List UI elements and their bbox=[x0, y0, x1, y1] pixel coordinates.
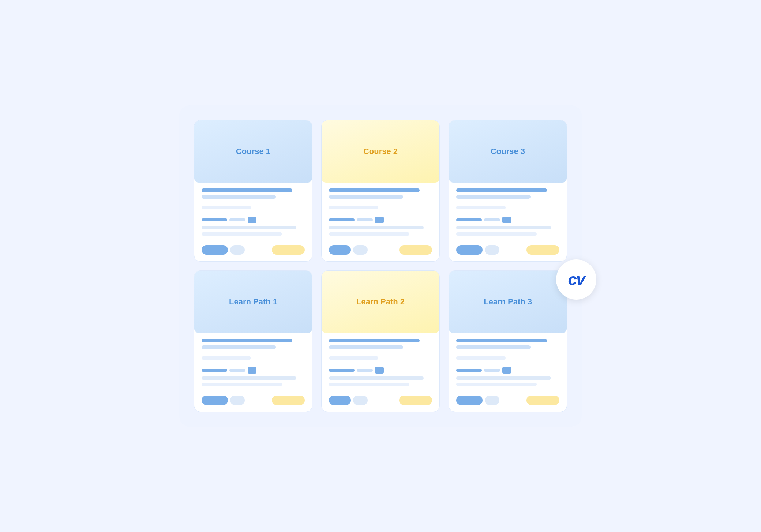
skeleton-bar bbox=[329, 376, 424, 380]
card-course-2[interactable]: Course 2 bbox=[321, 120, 440, 262]
skeleton-bar bbox=[456, 383, 537, 386]
skeleton-row bbox=[202, 217, 305, 223]
footer-pill bbox=[456, 245, 483, 255]
footer-cta-pill[interactable] bbox=[272, 396, 305, 405]
card-thumbnail-learn-path-1: Learn Path 1 bbox=[194, 271, 312, 333]
card-body-learn-path-2 bbox=[322, 333, 439, 412]
skeleton-bar bbox=[329, 232, 409, 236]
footer-cta-pill[interactable] bbox=[272, 245, 305, 255]
skeleton-bar bbox=[329, 226, 424, 229]
skeleton-bar bbox=[202, 356, 251, 360]
card-body-learn-path-1 bbox=[194, 333, 312, 412]
footer-pill bbox=[353, 396, 368, 405]
footer-pill bbox=[230, 245, 245, 255]
footer-pill bbox=[353, 245, 368, 255]
card-footer bbox=[202, 396, 305, 405]
card-thumbnail-course-1: Course 1 bbox=[194, 120, 312, 183]
card-course-1[interactable]: Course 1 bbox=[194, 120, 312, 262]
card-body-course-2 bbox=[322, 183, 439, 261]
skeleton-row bbox=[202, 367, 305, 374]
skeleton-bar bbox=[202, 188, 292, 192]
skeleton-bar bbox=[456, 206, 506, 209]
card-title-course-1: Course 1 bbox=[236, 147, 270, 156]
footer-cta-pill[interactable] bbox=[526, 245, 559, 255]
skeleton-bar bbox=[202, 376, 296, 380]
card-learn-path-2[interactable]: Learn Path 2 bbox=[321, 270, 440, 412]
card-learn-path-1[interactable]: Learn Path 1 bbox=[194, 270, 312, 412]
card-title-course-2: Course 2 bbox=[363, 147, 398, 156]
skeleton-bar bbox=[329, 188, 420, 192]
card-learn-path-3[interactable]: Learn Path 3 bbox=[449, 270, 567, 412]
card-body-course-1 bbox=[194, 183, 312, 261]
card-footer bbox=[329, 245, 432, 255]
footer-pill bbox=[202, 245, 228, 255]
card-grid-container: Course 1 bbox=[179, 105, 582, 427]
skeleton-bar bbox=[456, 195, 531, 199]
skeleton-bar bbox=[329, 383, 409, 386]
card-title-learn-path-2: Learn Path 2 bbox=[356, 297, 405, 307]
card-title-course-3: Course 3 bbox=[491, 147, 525, 156]
skeleton-bar bbox=[202, 195, 276, 199]
skeleton-bar bbox=[202, 232, 282, 236]
skeleton-bar bbox=[202, 345, 276, 349]
card-grid: Course 1 bbox=[194, 120, 567, 412]
skeleton-bar bbox=[329, 206, 378, 209]
skeleton-bar bbox=[202, 226, 296, 229]
skeleton-bar bbox=[329, 356, 378, 360]
card-thumbnail-learn-path-2: Learn Path 2 bbox=[322, 271, 439, 333]
cv-badge-text: cv bbox=[568, 270, 585, 289]
card-thumbnail-learn-path-3: Learn Path 3 bbox=[449, 271, 567, 333]
skeleton-row bbox=[456, 367, 559, 374]
skeleton-bar bbox=[456, 356, 506, 360]
card-footer bbox=[329, 396, 432, 405]
card-thumbnail-course-2: Course 2 bbox=[322, 120, 439, 183]
skeleton-bar bbox=[202, 206, 251, 209]
skeleton-row bbox=[329, 217, 432, 223]
footer-pill bbox=[202, 396, 228, 405]
footer-cta-pill[interactable] bbox=[526, 396, 559, 405]
footer-cta-pill[interactable] bbox=[399, 396, 432, 405]
cv-badge: cv bbox=[556, 259, 596, 300]
footer-cta-pill[interactable] bbox=[399, 245, 432, 255]
footer-pill bbox=[485, 245, 499, 255]
skeleton-bar bbox=[202, 383, 282, 386]
card-body-learn-path-3 bbox=[449, 333, 567, 412]
skeleton-row bbox=[456, 217, 559, 223]
skeleton-row bbox=[329, 367, 432, 374]
footer-pill bbox=[485, 396, 499, 405]
card-title-learn-path-3: Learn Path 3 bbox=[484, 297, 532, 307]
skeleton-bar bbox=[202, 339, 292, 342]
footer-pill bbox=[230, 396, 245, 405]
footer-pill bbox=[329, 396, 351, 405]
footer-pill bbox=[329, 245, 351, 255]
card-thumbnail-course-3: Course 3 bbox=[449, 120, 567, 183]
footer-pill bbox=[456, 396, 483, 405]
card-footer bbox=[456, 396, 559, 405]
skeleton-bar bbox=[456, 345, 531, 349]
skeleton-bar bbox=[456, 188, 547, 192]
skeleton-bar bbox=[329, 195, 403, 199]
card-footer bbox=[202, 245, 305, 255]
card-footer bbox=[456, 245, 559, 255]
skeleton-bar bbox=[456, 376, 551, 380]
skeleton-bar bbox=[329, 339, 420, 342]
card-title-learn-path-1: Learn Path 1 bbox=[229, 297, 277, 307]
skeleton-bar bbox=[456, 339, 547, 342]
skeleton-bar bbox=[456, 226, 551, 229]
card-course-3[interactable]: Course 3 bbox=[449, 120, 567, 262]
card-body-course-3 bbox=[449, 183, 567, 261]
skeleton-bar bbox=[329, 345, 403, 349]
skeleton-bar bbox=[456, 232, 537, 236]
